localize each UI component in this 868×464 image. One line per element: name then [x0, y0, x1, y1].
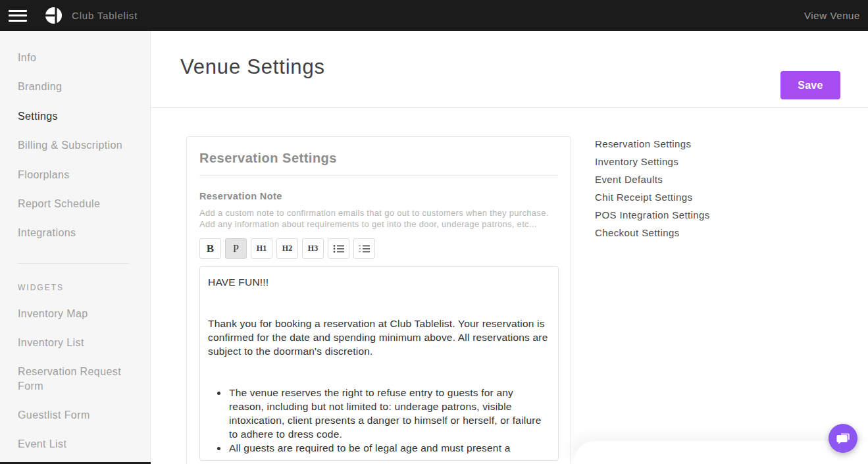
nav-link-inventory-settings[interactable]: Inventory Settings: [595, 153, 710, 170]
brand-name: Club Tablelist: [72, 10, 138, 21]
editor-bullet-item: All guests are required to be of legal a…: [228, 441, 550, 455]
sidebar-item-branding[interactable]: Branding: [0, 72, 150, 101]
bold-button[interactable]: B: [199, 238, 221, 259]
bulleted-list-icon: [333, 244, 344, 253]
heading2-button[interactable]: H2: [276, 238, 298, 259]
nav-link-chit-receipt-settings[interactable]: Chit Receipt Settings: [595, 188, 710, 206]
sidebar-item-guestlist-form[interactable]: Guestlist Form: [0, 401, 150, 430]
sidebar-widgets-list: Inventory Map Inventory List Reservation…: [0, 297, 150, 459]
sidebar-item-event-list[interactable]: Event List: [0, 430, 150, 459]
reservation-note-editor[interactable]: HAVE FUN!!! Thank you for booking a rese…: [199, 266, 559, 461]
save-button[interactable]: Save: [780, 71, 840, 99]
reservation-note-label: Reservation Note: [199, 191, 558, 201]
sidebar-item-report-schedule[interactable]: Report Schedule: [0, 190, 150, 219]
settings-section-nav: Reservation Settings Inventory Settings …: [595, 135, 710, 242]
editor-line: HAVE FUN!!!: [208, 275, 550, 289]
sidebar-item-settings[interactable]: Settings: [0, 102, 150, 131]
ordered-list-button[interactable]: [353, 238, 375, 259]
topbar: Club Tablelist View Venue: [0, 0, 868, 31]
editor-bullet-item: The venue reserves the right to refuse e…: [228, 386, 550, 441]
chat-bubbles-icon: [836, 432, 850, 446]
sidebar-item-floorplans[interactable]: Floorplans: [0, 161, 150, 190]
nav-link-pos-integration-settings[interactable]: POS Integration Settings: [595, 206, 710, 224]
reservation-settings-card: Reservation Settings Reservation Note Ad…: [186, 136, 571, 464]
editor-toolbar: B P H1 H2 H3: [199, 238, 558, 259]
tablelist-logo-icon[interactable]: [45, 7, 63, 24]
sidebar-item-reservation-request-form[interactable]: Reservation Request Form: [0, 357, 150, 401]
sidebar-nav-list: Info Branding Settings Billing & Subscri…: [0, 31, 150, 248]
sidebar-divider: [18, 263, 129, 264]
sidebar: Info Branding Settings Billing & Subscri…: [0, 31, 151, 464]
editor-paragraph: Thank you for booking a reservation at C…: [208, 317, 550, 358]
hamburger-menu-icon[interactable]: [9, 10, 27, 22]
page-header: Venue Settings Save: [151, 31, 868, 108]
nav-link-checkout-settings[interactable]: Checkout Settings: [595, 224, 710, 242]
sidebar-item-inventory-map[interactable]: Inventory Map: [0, 299, 150, 328]
card-title-divider: [199, 175, 558, 176]
page-title: Venue Settings: [180, 55, 325, 79]
editor-bullet-list: The venue reserves the right to refuse e…: [208, 386, 550, 455]
sidebar-item-billing-subscription[interactable]: Billing & Subscription: [0, 131, 150, 160]
sidebar-item-info[interactable]: Info: [0, 43, 150, 72]
heading1-button[interactable]: H1: [251, 238, 272, 259]
paragraph-button[interactable]: P: [225, 238, 247, 259]
card-title: Reservation Settings: [199, 151, 558, 166]
chat-launcher-button[interactable]: [829, 424, 857, 453]
reservation-note-help-text: Add a custom note to confirmation emails…: [199, 207, 558, 230]
nav-link-reservation-settings[interactable]: Reservation Settings: [595, 135, 710, 153]
view-venue-link[interactable]: View Venue: [804, 10, 860, 21]
sidebar-item-inventory-list[interactable]: Inventory List: [0, 328, 150, 357]
ordered-list-icon: [359, 244, 370, 253]
messenger-corner-sheet: [573, 441, 868, 464]
heading3-button[interactable]: H3: [302, 238, 324, 259]
bulleted-list-button[interactable]: [328, 238, 349, 259]
widgets-section-label: WIDGETS: [18, 283, 150, 292]
nav-link-event-defaults[interactable]: Event Defaults: [595, 170, 710, 188]
sidebar-item-integrations[interactable]: Integrations: [0, 219, 150, 247]
